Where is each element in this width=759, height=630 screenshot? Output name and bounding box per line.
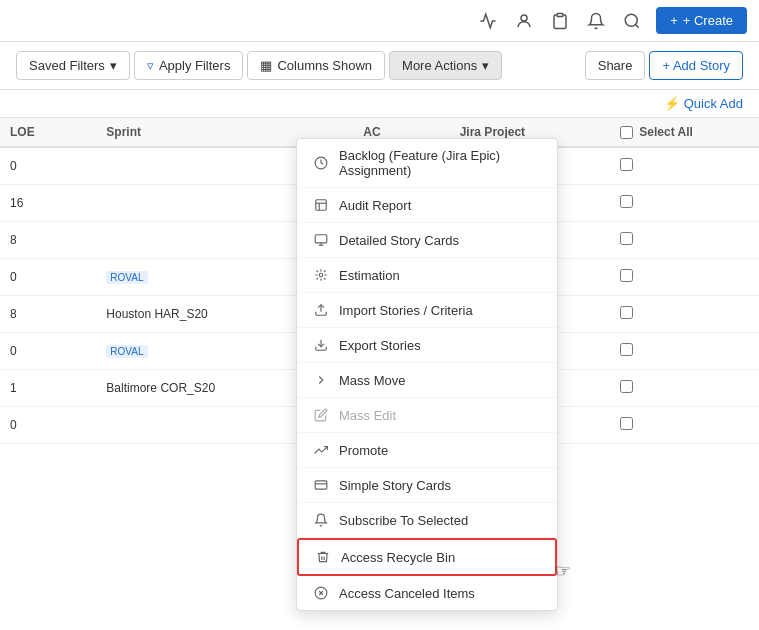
menu-item-import[interactable]: Import Stories / Criteria (297, 293, 557, 328)
export-icon (313, 337, 329, 353)
svg-line-3 (636, 24, 639, 27)
more-actions-button[interactable]: More Actions ▾ (389, 51, 502, 80)
columns-shown-button[interactable]: ▦ Columns Shown (247, 51, 385, 80)
menu-item-export[interactable]: Export Stories (297, 328, 557, 363)
menu-item-massmove[interactable]: Mass Move (297, 363, 557, 398)
row-checkbox[interactable] (620, 158, 633, 171)
massedit-icon (313, 407, 329, 423)
row-checkbox[interactable] (620, 269, 633, 282)
quick-add-button[interactable]: ⚡ Quick Add (664, 96, 743, 111)
share-button[interactable]: Share (585, 51, 646, 80)
backlog-icon (313, 155, 329, 171)
row-checkbox[interactable] (620, 343, 633, 356)
audit-icon (313, 197, 329, 213)
search-icon[interactable] (620, 9, 644, 33)
svg-rect-1 (557, 13, 563, 16)
simplecards-icon (313, 477, 329, 493)
menu-item-canceled[interactable]: Access Canceled Items (297, 576, 557, 610)
col-select: Select All (610, 118, 759, 147)
row-checkbox[interactable] (620, 195, 633, 208)
top-nav: + + Create (0, 0, 759, 42)
add-story-button[interactable]: + Add Story (649, 51, 743, 80)
svg-point-11 (319, 273, 323, 277)
cursor-icon: ☞ (555, 560, 571, 582)
menu-item-massedit: Mass Edit (297, 398, 557, 433)
columns-icon: ▦ (260, 58, 272, 73)
promote-icon (313, 442, 329, 458)
menu-item-recycle[interactable]: Access Recycle Bin ☞ (297, 538, 557, 576)
apply-filters-button[interactable]: ▿ Apply Filters (134, 51, 244, 80)
svg-point-0 (521, 15, 527, 21)
filter-icon: ▿ (147, 58, 154, 73)
menu-item-detailed[interactable]: Detailed Story Cards (297, 223, 557, 258)
svg-rect-5 (316, 200, 327, 211)
subscribe-icon (313, 512, 329, 528)
chevron-down-icon: ▾ (110, 58, 117, 73)
create-button[interactable]: + + Create (656, 7, 747, 34)
massmove-icon (313, 372, 329, 388)
estimation-icon (313, 267, 329, 283)
row-checkbox[interactable] (620, 417, 633, 430)
menu-item-simplecards[interactable]: Simple Story Cards (297, 468, 557, 503)
svg-point-2 (625, 14, 637, 26)
cards-icon (313, 232, 329, 248)
chevron-down-icon: ▾ (482, 58, 489, 73)
table-header: ⚡ Quick Add (0, 90, 759, 118)
row-checkbox[interactable] (620, 380, 633, 393)
activity-icon[interactable] (476, 9, 500, 33)
select-all-checkbox[interactable] (620, 126, 633, 139)
row-checkbox[interactable] (620, 232, 633, 245)
svg-rect-14 (315, 481, 327, 489)
menu-item-backlog[interactable]: Backlog (Feature (Jira Epic) Assignment) (297, 139, 557, 188)
menu-item-estimation[interactable]: Estimation (297, 258, 557, 293)
clipboard-icon[interactable] (548, 9, 572, 33)
toolbar: Saved Filters ▾ ▿ Apply Filters ▦ Column… (0, 42, 759, 90)
canceled-icon (313, 585, 329, 601)
bell-icon[interactable] (584, 9, 608, 33)
more-actions-dropdown: Backlog (Feature (Jira Epic) Assignment)… (296, 138, 558, 611)
recycle-icon (315, 549, 331, 565)
user-icon[interactable] (512, 9, 536, 33)
row-checkbox[interactable] (620, 306, 633, 319)
create-icon: + (670, 13, 678, 28)
saved-filters-button[interactable]: Saved Filters ▾ (16, 51, 130, 80)
menu-item-audit[interactable]: Audit Report (297, 188, 557, 223)
import-icon (313, 302, 329, 318)
svg-rect-8 (315, 235, 327, 243)
menu-item-promote[interactable]: Promote (297, 433, 557, 468)
menu-item-subscribe[interactable]: Subscribe To Selected (297, 503, 557, 538)
col-loe: LOE (0, 118, 96, 147)
